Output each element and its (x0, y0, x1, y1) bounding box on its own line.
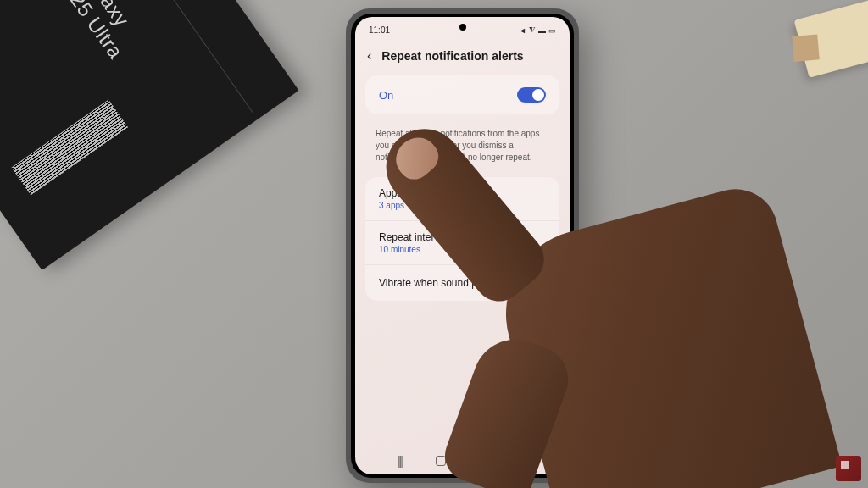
description-text: Repeat alerts for notifications from the… (355, 118, 570, 174)
master-toggle-card: On (365, 75, 559, 114)
phone-device: 11:01 ◄ ⧨ ▬ ▭ ‹ Repeat notification aler… (346, 8, 579, 483)
master-toggle-row[interactable]: On (365, 75, 559, 114)
apps-value: 3 apps (379, 201, 546, 210)
nav-accessibility-button[interactable]: ✱ (517, 454, 527, 468)
box-product-name: Galaxy S25 Ultra (57, 0, 149, 67)
volume-icon: ◄ (519, 26, 526, 35)
vibrate-row[interactable]: Vibrate when sound plays (365, 265, 559, 301)
tape (792, 34, 820, 62)
signal-icon: ▬ (538, 26, 546, 35)
wifi-icon: ⧨ (529, 25, 536, 35)
front-camera (459, 24, 466, 30)
repeat-interval-row[interactable]: Repeat interval 10 minutes (365, 221, 559, 265)
toggle-knob (532, 89, 544, 101)
corner-logo (836, 456, 861, 481)
phone-bezel: 11:01 ◄ ⧨ ▬ ▭ ‹ Repeat notification aler… (351, 14, 574, 478)
apps-title: Apps to repeat alerts (379, 187, 546, 199)
navigation-bar: ||| ‹ ✱ (355, 454, 570, 468)
nav-recents-button[interactable]: ||| (398, 454, 402, 468)
page-header: ‹ Repeat notification alerts (355, 38, 570, 72)
box-divider (116, 0, 253, 113)
master-toggle-label: On (379, 89, 393, 102)
interval-value: 10 minutes (379, 245, 546, 254)
box-barcode (11, 99, 128, 195)
status-icons: ◄ ⧨ ▬ ▭ (519, 25, 556, 35)
vibrate-title: Vibrate when sound plays (379, 277, 495, 289)
nav-back-button[interactable]: ‹ (480, 454, 484, 468)
vibrate-toggle-switch[interactable] (517, 275, 546, 291)
toggle-knob (519, 277, 531, 289)
back-button[interactable]: ‹ (367, 48, 371, 64)
master-toggle-switch[interactable] (517, 87, 546, 103)
apps-to-repeat-row[interactable]: Apps to repeat alerts 3 apps (365, 177, 559, 221)
nav-home-button[interactable] (436, 456, 446, 466)
phone-screen: 11:01 ◄ ⧨ ▬ ▭ ‹ Repeat notification aler… (355, 17, 570, 474)
battery-icon: ▭ (548, 26, 556, 35)
interval-title: Repeat interval (379, 231, 546, 243)
status-time: 11:01 (369, 25, 390, 35)
corner-detail (841, 461, 849, 469)
settings-card: Apps to repeat alerts 3 apps Repeat inte… (365, 177, 559, 301)
page-title: Repeat notification alerts (381, 49, 523, 63)
